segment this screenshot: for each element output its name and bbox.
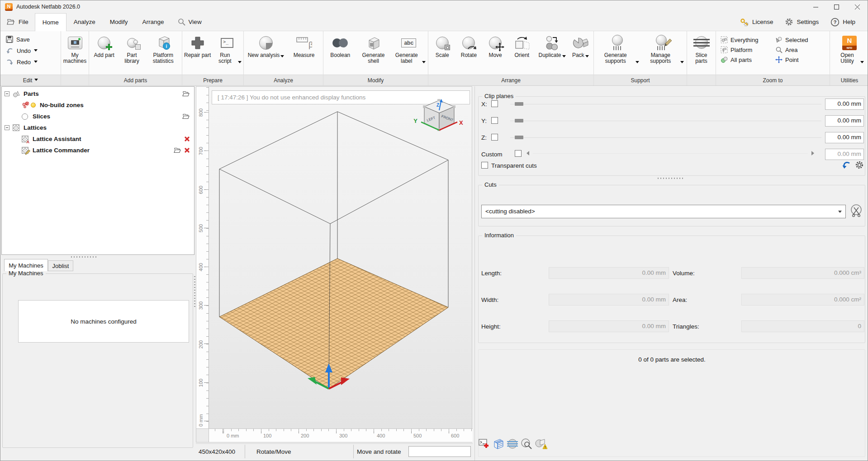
clip-x-value[interactable]: 0.00 mm [825,99,864,110]
inspect-part-icon[interactable] [521,438,532,450]
slice-preview-icon[interactable] [507,438,518,450]
scale-button[interactable]: Scale [431,33,454,58]
rotate-button[interactable]: Rotate [456,33,481,58]
boolean-button[interactable]: Boolean [326,33,355,58]
orient-button[interactable]: Orient [509,33,535,58]
tab-home[interactable]: Home [35,13,66,31]
generate-supports-button[interactable]: Generate supports [597,33,639,64]
clip-settings-gear-icon[interactable] [855,160,864,169]
reset-icon[interactable] [842,161,851,169]
slider-left-arrow-icon[interactable] [526,151,529,155]
maximize-button[interactable] [826,0,847,13]
save-button[interactable]: Save [6,35,30,44]
panel-splitter-handle[interactable] [658,178,683,179]
view-cube[interactable]: Z LEFT FRONT Y X [408,97,465,141]
transparent-cuts-checkbox[interactable] [481,162,488,169]
zoom-selected-button[interactable]: Selected [775,35,827,45]
manage-supports-button[interactable]: Manage supports [641,33,684,64]
clip-x-slider[interactable] [510,104,821,104]
group-label-edit[interactable]: Edit [0,75,61,85]
delete-icon[interactable] [184,136,190,142]
help-button[interactable]: ? Help [825,18,861,27]
clip-y-slider[interactable] [510,121,821,121]
clip-y-checkbox[interactable] [491,117,498,124]
close-button[interactable] [847,0,868,13]
clip-x-checkbox[interactable] [491,100,498,107]
zoom-everything-button[interactable]: Everything [721,35,773,45]
part-warning-icon[interactable]: ! [535,438,547,450]
folder-open-icon[interactable] [182,91,190,97]
tree-item-parts[interactable]: Parts [2,88,194,99]
new-script-icon[interactable] [479,438,490,450]
tab-my-machines[interactable]: My Machines [4,259,48,271]
zoom-point-button[interactable]: Point [775,55,827,65]
add-part-button[interactable]: Add part [91,33,117,58]
move-button[interactable]: Move [484,33,507,58]
my-machines-button[interactable]: My machines [62,33,88,64]
clip-z-checkbox[interactable] [491,134,498,141]
status-input[interactable] [408,446,471,457]
delete-icon[interactable] [184,147,190,153]
clip-z-value[interactable]: 0.00 mm [825,132,864,143]
ruler-label: 600 [198,181,204,199]
machine-platform-icon[interactable] [493,438,504,450]
tree-item-lattices[interactable]: Lattices [2,122,194,133]
collapse-icon[interactable] [5,125,9,130]
clip-custom-checkbox[interactable] [515,150,522,157]
cut-tool-icon[interactable] [850,204,863,217]
pack-button[interactable]: Pack [569,33,591,58]
tab-arrange[interactable]: Arrange [135,13,171,31]
repair-part-button[interactable]: Repair part [184,33,211,58]
settings-button[interactable]: Settings [779,18,825,26]
ruler-label: 300 [198,296,204,315]
clip-x-slider-thumb[interactable] [515,102,523,106]
tab-analyze[interactable]: Analyze [66,13,103,31]
menu-view[interactable]: View [171,13,208,31]
clip-z-slider[interactable] [510,137,821,138]
zoom-all-parts-button[interactable]: All parts [721,55,773,65]
part-library-button[interactable]: Part library [119,33,145,64]
license-button[interactable]: License [734,18,779,26]
pencil-icon [25,150,30,155]
zoom-area-button[interactable]: Area [775,45,827,55]
redo-button[interactable]: Redo [6,57,38,66]
new-analysis-button[interactable]: New analysis [247,33,285,58]
generate-shell-button[interactable]: Generate shell [357,33,390,64]
zoom-platform-button[interactable]: Platform [721,45,773,55]
volume-label: Volume: [673,270,695,277]
tree-item-no-build-zones[interactable]: No-build zones [2,99,194,111]
cuts-dropdown[interactable]: <cutting disabled> [481,205,846,218]
collapse-icon[interactable] [5,91,9,96]
clip-y-value[interactable]: 0.00 mm [825,115,864,127]
tree-item-lattice-assistant[interactable]: A Lattice Assistant [2,133,194,145]
folder-open-icon[interactable] [174,147,181,153]
minimize-button[interactable] [805,0,826,13]
platform-statistics-button[interactable]: i Platform statistics [147,33,180,64]
tree-item-lattice-commander[interactable]: Lattice Commander [2,145,194,156]
folder-open-icon[interactable] [182,113,190,119]
open-utility-button[interactable]: N NFD Open Utility [835,33,864,64]
vertical-splitter-handle[interactable] [194,276,195,308]
run-script-button[interactable]: >_ Run script [213,33,242,64]
mode-status: Rotate/Move [256,444,347,459]
ruler-label: 0 mm [198,411,204,429]
clip-y-slider-thumb[interactable] [515,119,523,122]
search-icon[interactable] [178,18,185,26]
height-label: Height: [481,323,501,330]
duplicate-button[interactable]: Duplicate [537,33,568,58]
panel-splitter-handle[interactable] [71,256,96,258]
undo-button[interactable]: Undo [6,46,38,55]
slider-right-arrow-icon[interactable] [811,151,814,155]
menu-file[interactable]: File [0,13,35,31]
transparent-cuts-label: Transparent cuts [491,162,537,169]
tree-item-slices[interactable]: Slices [2,111,194,122]
viewport-3d[interactable]: 800 700 600 500 400 300 200 100 0 mm 0 m… [196,86,472,442]
tab-joblist[interactable]: Joblist [48,260,73,271]
generate-label-button[interactable]: abc Generate label [392,33,426,64]
ribbon-group-support: Generate supports Manage supports Suppor… [594,31,687,85]
tab-modify[interactable]: Modify [103,13,135,31]
measure-button[interactable]: β Measure [288,33,320,58]
clip-custom-slider[interactable] [533,153,808,154]
clip-z-slider-thumb[interactable] [515,136,523,139]
slice-parts-button[interactable]: Slice parts [689,33,714,64]
